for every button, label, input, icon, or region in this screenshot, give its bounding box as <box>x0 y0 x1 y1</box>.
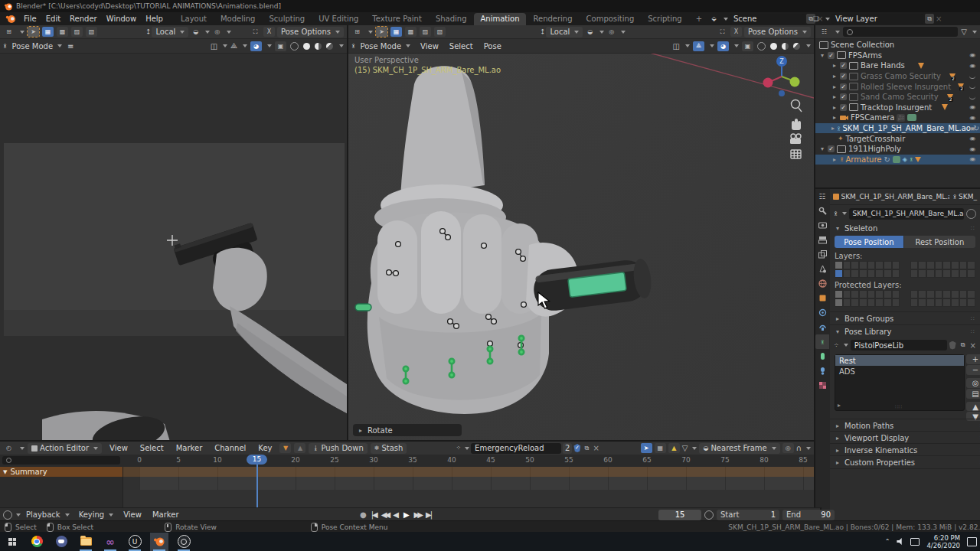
expand-arrow-icon[interactable]: ▸ <box>831 62 838 69</box>
pose-options-dropdown[interactable]: Pose Options <box>277 27 344 37</box>
pose-list-item-rest[interactable]: Rest <box>835 355 964 366</box>
start-button[interactable] <box>3 533 21 551</box>
tab-rendering[interactable]: Rendering <box>526 13 579 25</box>
hide-eye-icon[interactable]: ◉ <box>969 105 975 110</box>
shading-rendered-icon[interactable] <box>326 43 333 50</box>
transform-orientation-dropdown[interactable]: Local <box>152 27 188 37</box>
menu-select[interactable]: Select <box>445 42 478 51</box>
outliner-row-grass-camo[interactable]: ▸ ✓ Grass Camo Security 2 <box>815 71 980 82</box>
jump-to-start-button[interactable]: |◀ <box>371 510 377 519</box>
view-layer-name-field[interactable]: View Layer <box>831 14 923 24</box>
operator-panel-collapsed[interactable]: ▸Rotate <box>353 424 462 436</box>
pose-list-expand-icon[interactable]: ▸ <box>838 402 841 409</box>
expand-arrow-icon[interactable]: ▸ <box>831 125 835 132</box>
pose-position-button[interactable]: Pose Position <box>835 236 903 248</box>
chrome-icon[interactable] <box>28 533 46 551</box>
scene-icon[interactable]: ⬙ <box>708 14 720 24</box>
editor-type-icon[interactable]: ⊞ <box>3 27 15 37</box>
hide-eye-icon[interactable]: ◉ <box>969 136 975 142</box>
expand-arrow-icon[interactable]: ▸ <box>831 73 838 80</box>
tab-texture[interactable] <box>815 378 829 393</box>
proportional-edit-icon[interactable]: ◎ <box>211 27 223 37</box>
select-mode-subtract-button[interactable]: ▨ <box>420 27 431 37</box>
start-frame-field[interactable]: Start1 <box>717 510 779 520</box>
apply-pose-button[interactable]: ◎ <box>966 378 980 388</box>
select-mode-extend-button[interactable]: ▩ <box>405 27 416 37</box>
skeleton-panel-header[interactable]: ▾Skeleton∷ <box>830 222 980 234</box>
hide-eye-closed-icon[interactable] <box>969 74 975 79</box>
editor-type-icon[interactable]: ⊞ <box>351 27 363 37</box>
transform-orientation-dropdown[interactable]: Local <box>546 27 583 37</box>
expand-arrow-icon[interactable]: ▸ <box>831 83 838 90</box>
filter-funnel-icon[interactable]: ▽ <box>682 444 688 452</box>
snap-dropdown[interactable]: ◒Nearest Frame <box>699 443 779 454</box>
xray-toggle-icon[interactable]: ▣ <box>742 41 753 51</box>
blender-taskbar-icon[interactable] <box>150 533 168 551</box>
outliner-filter-icon[interactable]: ▽ <box>961 28 967 36</box>
pose-list-item-ads[interactable]: ADS <box>835 366 964 377</box>
shading-material-icon[interactable] <box>782 43 789 50</box>
collection-checkbox[interactable]: ✓ <box>828 145 835 152</box>
current-frame-field[interactable]: 15 <box>658 510 701 520</box>
hide-eye-icon[interactable]: ◉ <box>969 53 975 58</box>
select-mode-new-button[interactable]: ▦ <box>42 27 54 37</box>
outliner-row-scene-collection[interactable]: Scene Collection <box>815 40 980 51</box>
outliner-row-tracktop[interactable]: ▸ ✓ Tracktop Insurgent ◉ <box>815 103 980 113</box>
menu-edit[interactable]: Edit <box>41 15 65 23</box>
add-pose-button[interactable]: + <box>966 354 980 364</box>
fake-user-shield-icon[interactable]: ✓ <box>573 444 580 452</box>
outliner-row-fpsarms[interactable]: ▾ ✓ FPSArms ◉ <box>815 51 980 61</box>
menu-view[interactable]: View <box>119 510 146 519</box>
viewport-left[interactable]: ⊞ ➤ ▦ ▩ ▨ ▧ ⭥ Local ◒ ◎ ⛶ X Pose Options… <box>0 25 348 440</box>
use-preview-range-icon[interactable] <box>704 510 714 520</box>
menu-select[interactable]: Select <box>136 444 168 452</box>
action-icon[interactable]: ⁘ <box>456 445 461 452</box>
overlays-icon[interactable]: ◕ <box>717 41 729 51</box>
editor-type-icon[interactable]: ◴ <box>3 443 15 453</box>
select-mode-invert-button[interactable]: ▧ <box>434 27 446 37</box>
tab-world[interactable] <box>815 276 829 291</box>
playback-menu[interactable]: Playback <box>22 510 74 520</box>
show-object-types-icon[interactable]: ◫ <box>673 42 680 51</box>
remove-pose-button[interactable]: − <box>966 365 980 375</box>
unreal-engine-icon[interactable]: U <box>126 533 144 551</box>
view-layer-icon[interactable]: ❏ <box>810 14 822 24</box>
mode-dropdown[interactable]: Pose Mode <box>357 41 415 51</box>
obs-icon[interactable] <box>175 533 193 551</box>
outliner-row-skm-arm[interactable]: ▸ 🯅 SKM_CH_1P_SH_ARM_Bare_ML.ao ↻ ◉ <box>815 123 980 134</box>
show-object-types-icon[interactable]: ◫ <box>211 42 217 51</box>
file-explorer-icon[interactable] <box>77 533 95 551</box>
rest-position-button[interactable]: Rest Position <box>904 236 975 248</box>
unlink-icon[interactable]: × <box>970 341 976 350</box>
action-name-field[interactable]: EmergencyReload <box>471 443 561 454</box>
play-reverse-button[interactable]: ◀ <box>393 510 399 519</box>
hidden-icons-chevron[interactable]: ⌃ <box>885 538 890 545</box>
push-down-button[interactable]: ⭳Push Down <box>309 443 367 454</box>
expand-arrow-icon[interactable]: ▸ <box>831 114 838 121</box>
scene-name-field[interactable]: Scene <box>730 14 805 24</box>
outliner-row-targetcrosshair[interactable]: ✦ TargetCrosshair ◉ <box>815 133 980 144</box>
layer-prev-button[interactable]: ▼ <box>279 443 291 453</box>
menu-marker[interactable]: Marker <box>172 444 207 452</box>
menu-render[interactable]: Render <box>65 15 102 23</box>
inverse-kinematics-panel-header[interactable]: ▸Inverse Kinematics∷ <box>830 443 980 456</box>
new-action-icon[interactable]: ⧉ <box>582 443 591 453</box>
hide-eye-icon[interactable]: ◉ <box>969 115 975 120</box>
current-frame-line[interactable] <box>256 459 258 509</box>
hide-eye-icon[interactable]: ◉ <box>969 157 975 162</box>
move-pose-up-button[interactable]: ▲ <box>966 402 980 411</box>
tab-scene[interactable] <box>815 262 829 276</box>
outliner-row-bare-hands[interactable]: ▸ ✓ Bare Hands ◉ <box>815 60 980 71</box>
hide-eye-closed-icon[interactable] <box>969 95 975 99</box>
xray-toggle-icon[interactable]: ▣ <box>275 41 286 51</box>
hide-eye-closed-icon[interactable] <box>969 84 975 89</box>
menu-marker[interactable]: Marker <box>148 510 184 519</box>
motion-paths-panel-header[interactable]: ▸Motion Paths∷ <box>830 419 980 432</box>
errors-warning-icon[interactable]: ▲ <box>668 443 680 453</box>
protected-layers-grid[interactable] <box>830 290 980 307</box>
next-keyframe-button[interactable]: ▶▶ <box>414 510 421 519</box>
collection-checkbox[interactable]: ✓ <box>840 73 847 80</box>
mirror-x-button[interactable]: X <box>263 27 275 37</box>
shading-solid-icon[interactable] <box>303 43 310 50</box>
menu-view[interactable]: View <box>416 42 443 51</box>
